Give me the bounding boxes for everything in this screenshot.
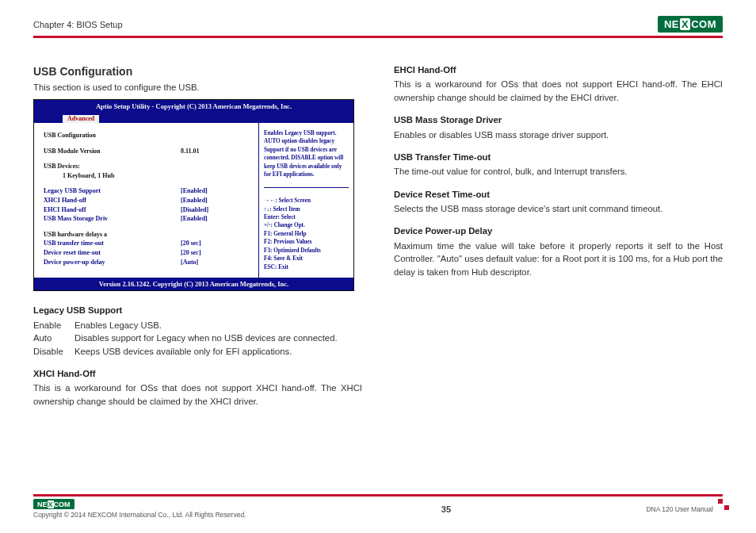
ehci-body: This is a workaround for OSs that does n…	[394, 78, 723, 104]
page-number: 35	[441, 504, 451, 514]
bios-help-text: Enables Legacy USB support. AUTO option …	[264, 129, 349, 188]
bios-header: Aptio Setup Utility - Copyright (C) 2013…	[34, 100, 353, 113]
reset-timeout-body: Selects the USB mass storage device's st…	[394, 202, 723, 215]
section-desc: This section is used to configure the US…	[33, 81, 362, 94]
bios-footer: Version 2.16.1242. Copyright (C) 2013 Am…	[34, 278, 353, 290]
power-delay-heading: Device Power-up Delay	[394, 224, 723, 237]
transfer-timeout-heading: USB Transfer Time-out	[394, 151, 723, 163]
footer-doc: DNA 120 User Manual	[646, 505, 713, 513]
bios-side-panel: Enables Legacy USB support. AUTO option …	[258, 123, 353, 278]
section-title: USB Configuration	[33, 63, 362, 79]
footer-logo: NEXCOM	[33, 499, 74, 509]
footer-copyright: Copyright © 2014 NEXCOM International Co…	[33, 511, 246, 519]
footer-ornament-icon	[718, 499, 729, 510]
mass-storage-heading: USB Mass Storage Driver	[394, 113, 723, 126]
transfer-timeout-body: The time-out value for control, bulk, an…	[394, 165, 723, 178]
bios-screenshot: Aptio Setup Utility - Copyright (C) 2013…	[33, 99, 354, 292]
reset-timeout-heading: Device Reset Time-out	[394, 188, 723, 201]
xhci-heading: XHCI Hand-Off	[33, 367, 362, 380]
page-header: Chapter 4: BIOS Setup NEXCOM	[33, 16, 723, 38]
chapter-title: Chapter 4: BIOS Setup	[33, 20, 123, 29]
mass-storage-body: Enables or disables USB mass storage dri…	[394, 128, 723, 141]
page-footer: NEXCOM Copyright © 2014 NEXCOM Internati…	[33, 494, 723, 519]
bios-key-hints: →←: Select Screen ↑↓: Select Item Enter:…	[264, 197, 349, 271]
legacy-usb-heading: Legacy USB Support	[33, 304, 362, 316]
xhci-body: This is a workaround for OSs that does n…	[33, 382, 362, 408]
brand-logo: NEXCOM	[658, 16, 723, 33]
power-delay-body: Maximum time the value will take before …	[394, 240, 723, 278]
ehci-heading: EHCI Hand-Off	[394, 63, 723, 76]
bios-main-panel: USB Configuration USB Module Version 8.1…	[34, 123, 258, 278]
bios-tab-advanced: Advanced	[63, 113, 99, 123]
